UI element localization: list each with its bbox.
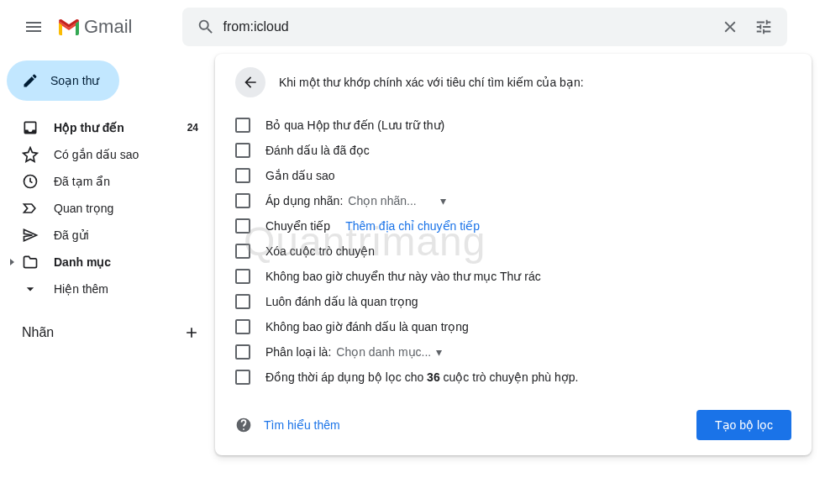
caret-down-icon: ▾ [440,194,446,207]
create-filter-button[interactable]: Tạo bộ lọc [696,410,791,440]
labels-header: Nhãn [0,316,215,349]
sidebar-item-label: Danh mục [54,255,198,269]
sidebar-item-label: Hộp thư đến [54,121,187,134]
option-also-apply[interactable]: Đồng thời áp dụng bộ lọc cho 36 cuộc trò… [235,365,791,390]
inbox-icon [22,119,39,136]
important-icon [22,200,39,217]
option-label: Bỏ qua Hộp thư đến (Lưu trữ thư) [265,118,444,132]
learn-more-text: Tìm hiểu thêm [264,418,340,432]
option-skip-inbox[interactable]: Bỏ qua Hộp thư đến (Lưu trữ thư) [235,113,791,138]
sidebar-item-more[interactable]: Hiện thêm [0,276,208,302]
add-label-button[interactable] [181,323,202,343]
option-forward[interactable]: Chuyển tiếp Thêm địa chỉ chuyển tiếp [235,213,791,239]
folder-icon [22,254,39,270]
sidebar-item-label: Hiện thêm [54,282,198,296]
sidebar-item-label: Quan trọng [54,202,198,215]
main: Soạn thư Hộp thư đến 24 Có gắn dấu sao Đ… [0,54,825,504]
option-label: Gắn dấu sao [265,169,335,182]
learn-more-link[interactable]: Tìm hiểu thêm [235,417,340,433]
checkbox[interactable] [235,269,250,284]
checkbox[interactable] [235,218,250,234]
tune-icon [754,18,773,36]
sidebar-item-sent[interactable]: Đã gửi [0,222,208,249]
sidebar-item-starred[interactable]: Có gắn dấu sao [0,141,208,168]
sidebar-item-snoozed[interactable]: Đã tạm ẩn [0,168,208,195]
select-value: Chọn danh mục... [336,345,431,359]
checkbox[interactable] [235,319,250,334]
pencil-icon [22,72,39,89]
gmail-logo-icon [57,18,81,36]
checkbox[interactable] [235,168,250,183]
option-label: Phân loại là: [265,345,331,359]
checkbox[interactable] [235,193,250,208]
search-bar [182,8,787,46]
option-label: Luôn đánh dấu là quan trọng [265,295,418,308]
checkbox[interactable] [235,118,250,133]
send-icon [22,227,39,244]
search-options-button[interactable] [747,10,780,44]
gmail-logo[interactable]: Gmail [57,16,132,38]
label-select[interactable]: Chọn nhãn... ▾ [348,194,445,207]
option-never-important[interactable]: Không bao giờ đánh dấu là quan trọng [235,314,791,339]
option-label: Đồng thời áp dụng bộ lọc cho 36 cuộc trò… [265,370,578,384]
option-label: Không bao giờ đánh dấu là quan trọng [265,320,469,333]
arrow-left-icon [242,74,259,91]
option-label: Áp dụng nhãn: [265,194,343,207]
option-apply-label[interactable]: Áp dụng nhãn: Chọn nhãn... ▾ [235,188,791,213]
filter-title: Khi một thư khớp chính xác với tiêu chí … [279,76,584,89]
compose-button[interactable]: Soạn thư [7,60,119,101]
clock-icon [22,173,39,190]
back-button[interactable] [235,67,265,97]
option-delete[interactable]: Xóa cuộc trò chuyện [235,239,791,264]
select-value: Chọn nhãn... [348,194,416,207]
match-count: 36 [427,370,440,384]
option-star[interactable]: Gắn dấu sao [235,163,791,188]
option-always-important[interactable]: Luôn đánh dấu là quan trọng [235,289,791,314]
sidebar-item-label: Đã gửi [54,228,198,242]
compose-label: Soạn thư [50,74,99,87]
sidebar-item-important[interactable]: Quan trọng [0,195,208,222]
option-label: Xóa cuộc trò chuyện [265,244,375,258]
checkbox[interactable] [235,244,250,259]
close-icon [721,18,739,36]
search-icon [197,18,215,36]
sidebar-item-label: Có gắn dấu sao [54,148,198,161]
gmail-logo-text: Gmail [84,16,132,38]
checkbox[interactable] [235,344,250,360]
checkbox[interactable] [235,370,250,385]
add-forward-link[interactable]: Thêm địa chỉ chuyển tiếp [345,219,480,233]
main-menu-button[interactable] [13,7,54,47]
sidebar: Soạn thư Hộp thư đến 24 Có gắn dấu sao Đ… [0,54,215,504]
option-label: Chuyển tiếp [265,219,330,233]
checkbox[interactable] [235,294,250,309]
category-select[interactable]: Chọn danh mục... ▾ [336,345,442,359]
caret-down-icon: ▾ [436,345,442,359]
option-mark-read[interactable]: Đánh dấu là đã đọc [235,138,791,163]
checkbox[interactable] [235,143,250,158]
search-button[interactable] [189,10,223,44]
header: Gmail [0,0,825,54]
help-icon [235,417,252,433]
inbox-count: 24 [187,122,198,134]
star-icon [22,146,39,163]
option-label: Đánh dấu là đã đọc [265,144,370,157]
sidebar-item-label: Đã tạm ẩn [54,175,198,188]
content-area: Khi một thư khớp chính xác với tiêu chí … [215,54,825,504]
plus-icon [183,324,200,341]
search-input[interactable] [223,19,713,34]
option-label: Không bao giờ chuyển thư này vào thư mục… [265,270,541,283]
clear-search-button[interactable] [713,10,747,44]
option-never-spam[interactable]: Không bao giờ chuyển thư này vào thư mục… [235,264,791,289]
chevron-down-icon [22,281,39,297]
option-categorize[interactable]: Phân loại là: Chọn danh mục... ▾ [235,339,791,365]
labels-title: Nhãn [22,325,54,340]
filter-panel: Khi một thư khớp chính xác với tiêu chí … [215,54,812,455]
sidebar-item-categories[interactable]: Danh mục [0,249,208,276]
sidebar-item-inbox[interactable]: Hộp thư đến 24 [0,114,208,141]
menu-icon [24,17,44,37]
